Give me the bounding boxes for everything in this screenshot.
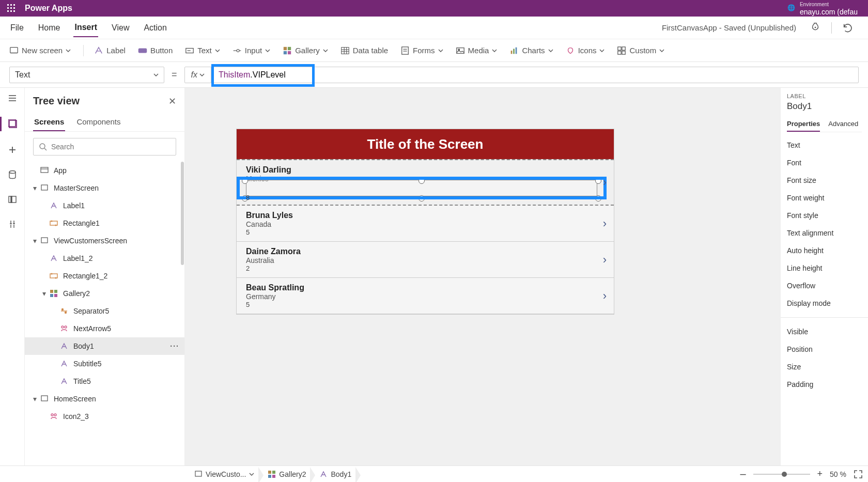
ribbon-button[interactable]: Button bbox=[138, 46, 173, 55]
tree-node-nextarrow5[interactable]: NextArrow5 bbox=[25, 320, 184, 337]
ribbon-data-table[interactable]: Data table bbox=[340, 46, 388, 55]
prop-text-alignment[interactable]: Text alignment bbox=[787, 224, 862, 242]
waffle-icon[interactable] bbox=[5, 2, 18, 14]
screen-icon bbox=[39, 183, 50, 193]
prop-font-style[interactable]: Font style bbox=[787, 207, 862, 224]
tree-node-viewcustomersscreen[interactable]: ▾ViewCustomersScreen bbox=[25, 232, 184, 250]
app-checker-icon[interactable] bbox=[810, 22, 821, 34]
prop-font-weight[interactable]: Font weight bbox=[787, 189, 862, 207]
ribbon-icons[interactable]: Icons bbox=[566, 46, 605, 55]
tree-node-icon2_3[interactable]: Icon2_3 bbox=[25, 408, 184, 425]
tree-node-subtitle5[interactable]: Subtitle5 bbox=[25, 355, 184, 372]
tree-node-label1_2[interactable]: Label1_2 bbox=[25, 250, 184, 267]
data-icon[interactable] bbox=[6, 168, 19, 181]
tree-list[interactable]: App▾MasterScreenLabel1Rectangle1▾ViewCus… bbox=[25, 162, 184, 465]
menu-insert[interactable]: Insert bbox=[73, 19, 98, 37]
expand-icon[interactable]: ▾ bbox=[30, 237, 39, 245]
undo-icon[interactable] bbox=[842, 22, 854, 34]
tree-node-masterscreen[interactable]: ▾MasterScreen bbox=[25, 179, 184, 197]
tree-search[interactable] bbox=[33, 138, 176, 156]
tree-node-separator5[interactable]: Separator5 bbox=[25, 302, 184, 320]
formula-input[interactable]: ThisItem.VIPLevel bbox=[211, 67, 858, 83]
hamburger-icon[interactable] bbox=[6, 92, 19, 104]
chevron-right-icon[interactable]: › bbox=[603, 253, 607, 267]
expand-icon[interactable]: ▾ bbox=[30, 395, 39, 403]
menu-view[interactable]: View bbox=[111, 19, 130, 37]
screen-preview[interactable]: Title of the Screen Viki DarlingMexico8›… bbox=[237, 129, 614, 314]
ribbon-forms[interactable]: Forms bbox=[400, 46, 443, 55]
tab-components[interactable]: Components bbox=[75, 113, 121, 131]
tree-node-body1[interactable]: Body1··· bbox=[25, 337, 184, 355]
tree-node-rectangle1_2[interactable]: Rectangle1_2 bbox=[25, 267, 184, 285]
ribbon-custom[interactable]: Custom bbox=[617, 46, 664, 55]
ribbon-label[interactable]: Label bbox=[94, 46, 126, 55]
ribbon-gallery[interactable]: Gallery bbox=[283, 46, 328, 55]
tree-node-title5[interactable]: Title5 bbox=[25, 372, 184, 390]
svg-rect-8 bbox=[13, 10, 15, 12]
zoom-in-button[interactable]: + bbox=[817, 469, 823, 479]
selected-control-name[interactable]: Body1 bbox=[787, 101, 862, 112]
expand-icon[interactable]: ▾ bbox=[39, 289, 49, 298]
prop-font-size[interactable]: Font size bbox=[787, 172, 862, 189]
prop-line-height[interactable]: Line height bbox=[787, 259, 862, 277]
tree-node-homescreen[interactable]: ▾HomeScreen bbox=[25, 390, 184, 408]
gallery[interactable]: Viki DarlingMexico8›Bruna LylesCanada5›D… bbox=[237, 159, 614, 314]
gallery-item[interactable]: Beau SpratlingGermany5› bbox=[237, 278, 614, 314]
media-panel-icon[interactable] bbox=[6, 193, 19, 206]
insert-icon[interactable] bbox=[6, 144, 19, 156]
menu-file[interactable]: File bbox=[9, 19, 25, 37]
tree-node-rectangle1[interactable]: Rectangle1 bbox=[25, 214, 184, 232]
prop-position[interactable]: Position bbox=[787, 340, 862, 358]
tab-properties[interactable]: Properties bbox=[787, 117, 820, 132]
ribbon-new-screen[interactable]: New screen bbox=[9, 46, 71, 55]
prop-text[interactable]: Text bbox=[787, 136, 862, 154]
tab-screens[interactable]: Screens bbox=[33, 113, 65, 131]
gallery-item[interactable]: Daine ZamoraAustralia2› bbox=[237, 242, 614, 278]
prop-overflow[interactable]: Overflow bbox=[787, 277, 862, 294]
selected-body-control[interactable] bbox=[237, 177, 607, 199]
scrollbar[interactable] bbox=[180, 162, 184, 465]
fx-button[interactable]: fx bbox=[185, 67, 211, 83]
menu-action[interactable]: Action bbox=[143, 19, 167, 37]
breadcrumb-item[interactable]: Body1 bbox=[315, 470, 355, 478]
tools-icon[interactable] bbox=[6, 218, 19, 230]
tree-node-label1[interactable]: Label1 bbox=[25, 197, 184, 214]
search-input[interactable] bbox=[51, 143, 171, 151]
formula-bar: Text = fx ThisItem.VIPLevel bbox=[0, 62, 868, 88]
tree-view-icon[interactable] bbox=[0, 117, 25, 131]
chevron-right-icon[interactable]: › bbox=[603, 217, 607, 230]
close-icon[interactable]: ✕ bbox=[168, 96, 176, 107]
canvas[interactable]: Title of the Screen Viki DarlingMexico8›… bbox=[185, 88, 780, 465]
prop-size[interactable]: Size bbox=[787, 358, 862, 376]
more-icon[interactable]: ··· bbox=[170, 342, 179, 350]
menu-home[interactable]: Home bbox=[37, 19, 61, 37]
prop-font[interactable]: Font bbox=[787, 154, 862, 172]
zoom-slider[interactable] bbox=[753, 474, 810, 475]
prop-visible[interactable]: Visible bbox=[787, 323, 862, 340]
prop-display-mode[interactable]: Display mode bbox=[787, 294, 862, 312]
environment-block[interactable]: 🌐 Environment enayu.com (defau bbox=[787, 1, 863, 15]
svg-rect-3 bbox=[7, 7, 9, 9]
gallery-item[interactable]: Bruna LylesCanada5› bbox=[237, 206, 614, 242]
gallery-item[interactable]: Viki DarlingMexico8› bbox=[237, 159, 614, 206]
svg-rect-47 bbox=[11, 196, 12, 203]
ribbon-text[interactable]: Text bbox=[185, 46, 220, 55]
tree-node-gallery2[interactable]: ▾Gallery2 bbox=[25, 285, 184, 302]
breadcrumb-item[interactable]: Gallery2 bbox=[264, 470, 310, 478]
chevron-right-icon[interactable]: › bbox=[603, 289, 607, 303]
breadcrumb-item[interactable]: ViewCusto... bbox=[190, 470, 258, 478]
tree-node-app[interactable]: App bbox=[25, 162, 184, 179]
ribbon-input[interactable]: Input bbox=[233, 46, 270, 55]
tab-advanced[interactable]: Advanced bbox=[828, 117, 858, 132]
zoom-out-button[interactable]: – bbox=[740, 468, 746, 480]
ribbon-media[interactable]: Media bbox=[456, 46, 498, 55]
svg-rect-50 bbox=[41, 167, 48, 173]
svg-point-67 bbox=[61, 326, 64, 328]
property-selector[interactable]: Text bbox=[9, 67, 164, 83]
chevron-right-icon[interactable]: › bbox=[603, 176, 607, 189]
prop-auto-height[interactable]: Auto height bbox=[787, 242, 862, 259]
fit-to-screen-icon[interactable] bbox=[854, 470, 863, 479]
expand-icon[interactable]: ▾ bbox=[30, 184, 39, 192]
prop-padding[interactable]: Padding bbox=[787, 376, 862, 393]
ribbon-charts[interactable]: Charts bbox=[509, 46, 553, 55]
